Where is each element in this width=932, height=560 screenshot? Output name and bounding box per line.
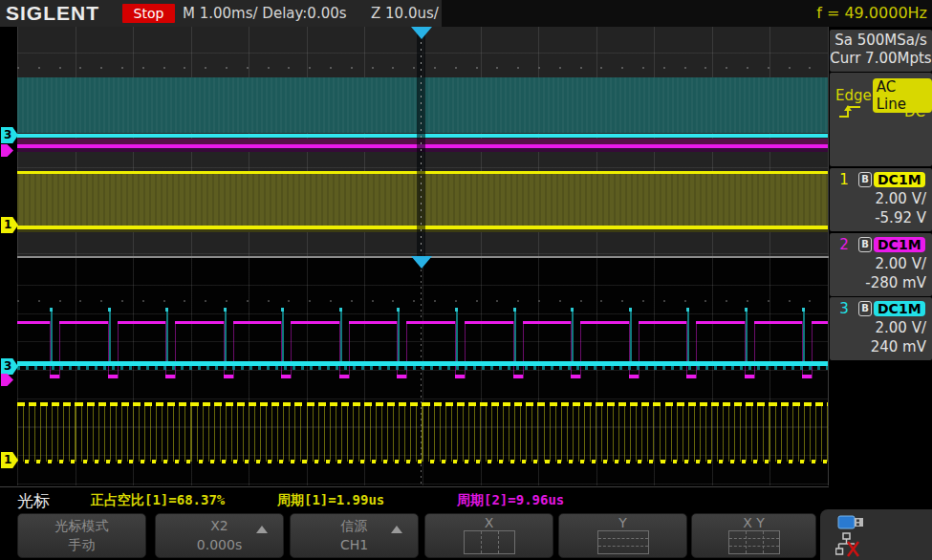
ch2-low-pulses-zoom (17, 375, 828, 378)
channel3-scale: 2.00 V/ (876, 319, 926, 336)
channel3-number: 3 (830, 300, 858, 317)
measurement-period-ch2: 周期[2]=9.96us (457, 492, 564, 509)
cursor-x-button[interactable]: X (424, 513, 553, 558)
ch1-position-marker-zoom[interactable]: 1 (1, 452, 18, 468)
oscilloscope-screen: SIGLENT Stop M 1.00ms/ Delay:0.00s Z 10.… (0, 0, 932, 560)
cursor-y-button[interactable]: Y (558, 513, 687, 558)
cursor-mode-title: 光标 (17, 490, 50, 512)
cursor-source-button[interactable]: 信源 CH1 (290, 513, 419, 558)
ch1-high-level-zoom (17, 402, 828, 406)
trigger-type-label: Edge (835, 87, 872, 104)
cursor-xy-button[interactable]: X Y (691, 513, 816, 558)
brand-logo: SIGLENT (6, 2, 99, 25)
channel1-offset: -5.92 V (875, 209, 926, 226)
acquisition-info-box[interactable]: Sa 500MSa/s Curr 7.00Mpts (830, 30, 932, 72)
acquisition-status-badge[interactable]: Stop (122, 4, 175, 23)
channel3-info-box[interactable]: 3 B DC1M 2.00 V/ 240 mV (830, 297, 932, 360)
zoom-timebase-readout: Z 10.0us/ (371, 5, 439, 22)
zoom-minor-tick-row (17, 300, 828, 302)
ch3-spikes-zoom (17, 308, 828, 365)
status-bar-divider (0, 486, 829, 487)
channel1-scale: 2.00 V/ (876, 190, 926, 207)
channel1-info-box[interactable]: 1 B DC1M 2.00 V/ -5.92 V (830, 168, 932, 231)
trigger-coupling-label: DC (904, 103, 925, 120)
up-arrow-icon (256, 526, 268, 533)
usb-device-icon (837, 513, 866, 532)
ch3-noise-zoom (17, 366, 828, 370)
bandwidth-limit-icon: B (858, 237, 872, 252)
cursor-mode-button[interactable]: 光标模式 手动 (17, 513, 146, 558)
button-value: 0.000s (156, 537, 283, 552)
lan-disconnected-icon (835, 532, 866, 559)
channel2-scale: 2.00 V/ (876, 255, 926, 272)
xy-cursor-icon (728, 530, 780, 554)
frequency-counter: f = 49.0000Hz (816, 4, 927, 22)
memory-depth: Curr 7.00Mpts (830, 50, 932, 68)
button-label: X (425, 515, 553, 530)
trigger-info-box[interactable]: Edge AC Line DC (830, 73, 932, 166)
trigger-position-marker-main[interactable] (411, 27, 432, 39)
rising-edge-icon (837, 103, 862, 120)
channel2-offset: -280 mV (865, 274, 926, 291)
measurement-duty-cycle: 正占空比[1]=68.37% (91, 492, 225, 509)
channel2-info-box[interactable]: 2 B DC1M 2.00 V/ -280 mV (830, 233, 932, 296)
ch1-low-level-zoom (17, 460, 828, 463)
button-label: 光标模式 (18, 518, 145, 535)
measurement-period-ch1: 周期[1]=1.99us (277, 492, 384, 509)
channel2-number: 2 (830, 236, 858, 253)
up-arrow-icon (391, 526, 402, 533)
sample-rate: Sa 500MSa/s (830, 32, 932, 50)
channel3-coupling-badge: DC1M (874, 301, 925, 316)
zoom-region-ticks (421, 29, 422, 254)
bandwidth-limit-icon: B (858, 172, 872, 187)
ch3-position-marker-main[interactable]: 3 (1, 127, 18, 143)
ch3-position-marker-zoom[interactable]: 3 (1, 358, 18, 375)
connectivity-status-panel (820, 509, 932, 560)
timebase-readout: M 1.00ms/ Delay:0.00s (183, 5, 347, 22)
ch3-spike-tips-zoom (17, 308, 828, 312)
cursor-x2-button[interactable]: X2 0.000s (155, 513, 284, 558)
ch2-position-marker-zoom[interactable] (1, 374, 13, 386)
ch1-position-marker-main[interactable]: 1 (1, 217, 18, 233)
button-label: X Y (692, 515, 815, 530)
channel1-number: 1 (830, 171, 858, 188)
button-value: CH1 (291, 537, 418, 552)
ch1-edges-zoom (17, 404, 828, 462)
bandwidth-limit-icon: B (858, 301, 872, 316)
ch2-position-marker-main[interactable] (1, 144, 13, 157)
y-cursor-icon (597, 530, 649, 554)
button-label: Y (559, 515, 686, 530)
trigger-position-marker-zoom[interactable] (411, 256, 432, 269)
x-cursor-icon (464, 530, 515, 554)
channel3-offset: 240 mV (871, 338, 926, 355)
channel2-coupling-badge: DC1M (874, 237, 925, 252)
channel1-coupling-badge: DC1M (874, 172, 925, 187)
button-value: 手动 (18, 537, 145, 554)
top-bar: SIGLENT Stop M 1.00ms/ Delay:0.00s Z 10.… (0, 0, 932, 27)
